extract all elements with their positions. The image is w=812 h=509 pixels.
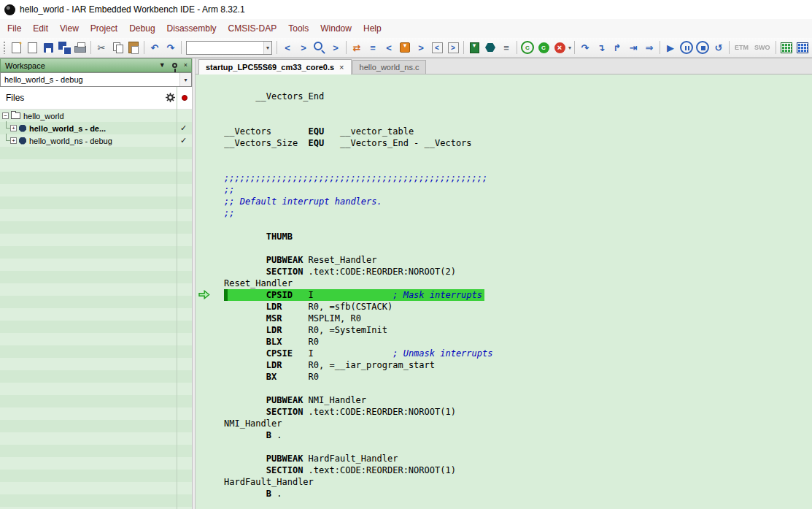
next-document-button[interactable] [446, 40, 461, 56]
code-line-7[interactable] [224, 161, 812, 172]
code-line-29[interactable]: NMI_Handler [224, 418, 812, 429]
editor-gutter[interactable] [196, 74, 224, 509]
paste-button[interactable] [126, 40, 142, 56]
code-editor[interactable]: __Vectors_End__Vectors EQU __vector_tabl… [196, 74, 812, 509]
new-document-button[interactable] [9, 40, 24, 56]
menu-item-edit[interactable]: Edit [27, 20, 54, 37]
code-line-11[interactable]: ;; [224, 207, 812, 219]
tree-item-hello-world-s-de[interactable]: +hello_world_s - de...✓ [0, 122, 192, 134]
code-line-5[interactable]: __Vectors_Size EQU __Vectors_End - __Vec… [224, 137, 812, 149]
pin-icon[interactable] [172, 63, 177, 68]
timeline-button[interactable] [794, 40, 810, 56]
code-line-32[interactable]: PUBWEAK HardFault_Handler [224, 453, 812, 464]
expand-toggle-icon[interactable]: + [10, 137, 17, 144]
gear-icon[interactable] [166, 93, 175, 104]
tab-hello-world-ns-c[interactable]: hello_world_ns.c [352, 60, 427, 74]
open-document-button[interactable] [25, 40, 40, 56]
code-line-12[interactable] [224, 219, 812, 231]
code-line-4[interactable]: __Vectors EQU __vector_table [224, 126, 812, 137]
undo-button[interactable]: ↶ [147, 40, 163, 56]
find-button[interactable] [312, 40, 328, 56]
tree-item-hello-world-ns-debug[interactable]: +hello_world_ns - debug✓ [0, 134, 192, 147]
step-out-button[interactable]: ↱ [610, 40, 625, 56]
swo-trace-button[interactable]: SWO [751, 44, 773, 51]
tab-close-icon[interactable]: × [339, 63, 344, 72]
code-line-19[interactable]: LDR R0, =sfb(CSTACK) [224, 301, 812, 313]
go-button[interactable]: ▶ [663, 40, 678, 56]
break-button[interactable] [679, 40, 695, 56]
redo-button[interactable]: ↷ [163, 40, 179, 56]
run-to-cursor-button[interactable]: ⇒ [642, 40, 657, 56]
code-line-18[interactable]: CPSID I ; Mask interrupts [224, 289, 812, 301]
debug-toolbar-overflow[interactable]: ▾ [568, 45, 571, 51]
code-line-17[interactable]: Reset_Handler [224, 278, 812, 289]
chevron-down-icon[interactable]: ▾ [179, 73, 191, 86]
next-bookmark-button[interactable]: > [414, 40, 429, 56]
navigate-backward-button[interactable]: < [280, 40, 295, 56]
next-statement-button[interactable]: ⇥ [626, 40, 641, 56]
code-line-23[interactable]: CPSIE I ; Unmask interrupts [224, 348, 812, 359]
code-line-1[interactable]: __Vectors_End [224, 91, 812, 102]
save-button[interactable] [41, 40, 56, 56]
build-config-selector[interactable]: hello_world_s - debug ▾ [0, 72, 192, 87]
reset-target-button[interactable]: ↺ [711, 40, 727, 56]
power-log-button[interactable] [778, 40, 794, 56]
code-line-28[interactable]: SECTION .text:CODE:REORDER:NOROOT(1) [224, 406, 812, 418]
code-line-16[interactable]: SECTION .text:CODE:REORDER:NOROOT(2) [224, 266, 812, 278]
step-into-button[interactable]: ↴ [594, 40, 609, 56]
reset-button[interactable] [520, 40, 535, 56]
halt-button[interactable] [695, 40, 711, 56]
code-line-31[interactable] [224, 441, 812, 453]
copy-button[interactable] [110, 40, 125, 56]
collapse-toggle-icon[interactable]: − [2, 112, 9, 119]
code-line-25[interactable]: BX R0 [224, 371, 812, 383]
find-next-button[interactable]: > [328, 40, 344, 56]
navigate-forward-button[interactable]: > [296, 40, 312, 56]
code-line-15[interactable]: PUBWEAK Reset_Handler [224, 254, 812, 266]
etm-trace-button[interactable]: ETM [732, 44, 751, 51]
code-line-35[interactable]: B . [224, 488, 812, 500]
close-icon[interactable]: × [184, 62, 187, 69]
toggle-bookmark-button[interactable] [398, 40, 413, 56]
menu-item-window[interactable]: Window [314, 20, 357, 37]
save-all-button[interactable] [57, 40, 72, 56]
cut-button[interactable]: ✂ [94, 40, 109, 56]
code-line-27[interactable]: PUBWEAK NMI_Handler [224, 394, 812, 406]
code-line-6[interactable] [224, 149, 812, 161]
menu-item-file[interactable]: File [1, 20, 27, 37]
expand-toggle-icon[interactable]: + [10, 125, 17, 131]
menu-item-view[interactable]: View [54, 20, 85, 37]
menu-item-disassembly[interactable]: Disassembly [161, 20, 223, 37]
code-line-9[interactable]: ;; [224, 184, 812, 196]
code-line-34[interactable]: HardFault_Handler [224, 476, 812, 488]
disassembly-window-button[interactable]: ≡ [499, 40, 514, 56]
code-line-33[interactable]: SECTION .text:CODE:REORDER:NOROOT(1) [224, 464, 812, 476]
toggle-source-disassembly-button[interactable]: ⇄ [349, 40, 365, 56]
menu-item-help[interactable]: Help [357, 20, 387, 37]
code-line-20[interactable]: MSR MSPLIM, R0 [224, 313, 812, 324]
previous-document-button[interactable] [430, 40, 445, 56]
code-line-3[interactable] [224, 114, 812, 126]
attach-to-running-button[interactable] [536, 40, 552, 56]
chevron-down-icon[interactable]: ▾ [263, 42, 271, 54]
menu-item-debug[interactable]: Debug [123, 20, 161, 37]
quick-search-combobox[interactable]: ▾ [186, 41, 272, 55]
code-line-8[interactable]: ;;;;;;;;;;;;;;;;;;;;;;;;;;;;;;;;;;;;;;;;… [224, 172, 812, 184]
code-line-24[interactable]: LDR R0, =__iar_program_start [224, 359, 812, 371]
code-content[interactable]: __Vectors_End__Vectors EQU __vector_tabl… [224, 74, 812, 509]
debug-without-download-button[interactable] [483, 40, 498, 56]
download-and-debug-button[interactable] [467, 40, 482, 56]
code-line-22[interactable]: BLX R0 [224, 336, 812, 348]
print-button[interactable] [73, 40, 88, 56]
code-line-14[interactable] [224, 242, 812, 254]
menu-item-tools[interactable]: Tools [282, 20, 314, 37]
code-line-2[interactable] [224, 102, 812, 114]
stop-debugging-button[interactable] [552, 40, 568, 56]
tab-startup-lpc55s69-cm33-core0-s[interactable]: startup_LPC55S69_cm33_core0.s× [198, 59, 352, 74]
code-line-13[interactable]: THUMB [224, 231, 812, 242]
code-line-10[interactable]: ;; Default interrupt handlers. [224, 196, 812, 207]
go-to-function-button[interactable]: ≡ [366, 40, 381, 56]
menu-item-project[interactable]: Project [85, 20, 123, 37]
menu-item-cmsis-dap[interactable]: CMSIS-DAP [223, 20, 283, 37]
previous-bookmark-button[interactable]: < [382, 40, 397, 56]
